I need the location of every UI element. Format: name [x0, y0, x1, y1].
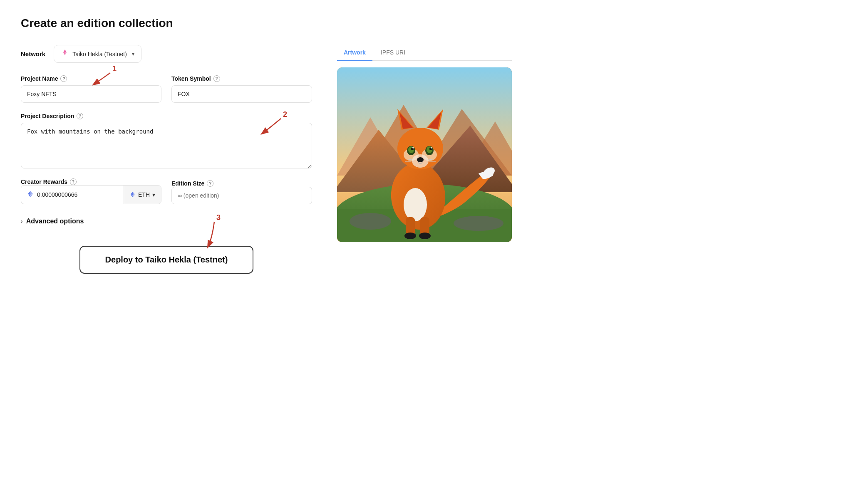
advanced-options-label: Advanced options	[26, 218, 84, 225]
token-symbol-label: Token Symbol ?	[171, 75, 312, 82]
project-description-input[interactable]: Fox with mountains on the background	[21, 123, 312, 168]
svg-text:1: 1	[112, 64, 117, 73]
svg-point-37	[412, 147, 414, 149]
svg-point-49	[404, 233, 416, 239]
eth-amount: 0,00000000666	[21, 186, 124, 204]
edition-size-label: Edition Size ?	[171, 180, 312, 187]
network-selector[interactable]: Taiko Hekla (Testnet) ▾	[54, 45, 141, 63]
network-label: Network	[21, 50, 45, 57]
project-description-label: Project Description ?	[21, 113, 312, 119]
advanced-chevron-icon: ›	[21, 218, 23, 225]
project-name-label: Project Name ?	[21, 75, 161, 82]
project-description-help-icon[interactable]: ?	[77, 113, 83, 119]
sidebar-tabs: Artwork IPFS URI	[337, 45, 512, 61]
token-symbol-input[interactable]	[171, 85, 312, 103]
creator-rewards-help-icon[interactable]: ?	[70, 178, 77, 185]
svg-point-21	[454, 216, 503, 231]
eth-logo-dropdown-icon	[130, 191, 136, 198]
page-title: Create an edition collection	[21, 17, 847, 30]
project-name-help-icon[interactable]: ?	[60, 75, 67, 82]
edition-size-input[interactable]	[171, 187, 312, 204]
svg-point-20	[350, 213, 391, 230]
svg-point-50	[419, 233, 431, 239]
network-name: Taiko Hekla (Testnet)	[72, 51, 127, 57]
svg-point-42	[417, 157, 424, 162]
creator-rewards-label: Creator Rewards ?	[21, 178, 161, 185]
tab-ipfs-uri[interactable]: IPFS URI	[374, 45, 412, 61]
svg-point-23	[404, 188, 427, 221]
artwork-preview	[337, 67, 512, 242]
project-name-input[interactable]	[21, 85, 161, 103]
edition-size-help-icon[interactable]: ?	[207, 180, 213, 187]
tab-artwork[interactable]: Artwork	[337, 45, 372, 61]
eth-logo-icon	[27, 191, 34, 199]
advanced-options-toggle[interactable]: › Advanced options	[21, 218, 312, 225]
eth-chevron-icon: ▾	[152, 191, 155, 198]
svg-point-38	[431, 147, 432, 149]
taiko-icon	[61, 49, 69, 59]
creator-rewards-input-wrapper: 0,00000000666 ETH ▾	[21, 185, 161, 204]
network-chevron-icon: ▾	[132, 51, 134, 57]
deploy-button[interactable]: Deploy to Taiko Hekla (Testnet)	[79, 246, 254, 274]
eth-currency-label: ETH	[138, 191, 150, 198]
eth-currency-dropdown[interactable]: ETH ▾	[124, 186, 161, 204]
eth-amount-value: 0,00000000666	[37, 191, 77, 198]
token-symbol-help-icon[interactable]: ?	[213, 75, 220, 82]
